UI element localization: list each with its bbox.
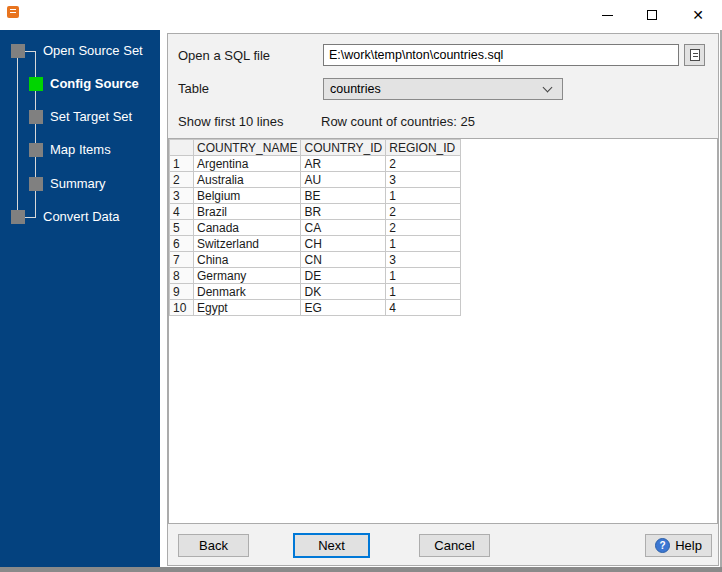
data-preview-grid: COUNTRY_NAME COUNTRY_ID REGION_ID 1 Arge…	[168, 138, 718, 524]
row-number: 4	[170, 204, 194, 220]
table-row[interactable]: 5 Canada CA 2	[170, 220, 461, 236]
cell-country-name: Germany	[194, 268, 301, 284]
cell-region-id: 2	[386, 156, 461, 172]
cell-country-name: Canada	[194, 220, 301, 236]
close-button[interactable]: ✕	[676, 0, 720, 30]
step-label-open-source-set: Open Source Set	[43, 43, 143, 59]
maximize-icon	[647, 10, 657, 20]
cell-region-id: 1	[386, 268, 461, 284]
cell-country-id: CA	[301, 220, 386, 236]
column-header-country-id: COUNTRY_ID	[301, 140, 386, 156]
row-number: 10	[170, 300, 194, 316]
cell-country-id: CH	[301, 236, 386, 252]
sql-file-input[interactable]	[323, 44, 679, 66]
row-number: 5	[170, 220, 194, 236]
table-row[interactable]: 8 Germany DE 1	[170, 268, 461, 284]
cell-region-id: 1	[386, 188, 461, 204]
cell-country-name: Argentina	[194, 156, 301, 172]
row-number: 7	[170, 252, 194, 268]
cell-region-id: 1	[386, 236, 461, 252]
table-header-row: COUNTRY_NAME COUNTRY_ID REGION_ID	[170, 140, 461, 156]
step-label-convert-data: Convert Data	[43, 209, 120, 225]
step-label-summary: Summary	[50, 176, 106, 192]
cell-region-id: 4	[386, 300, 461, 316]
cell-country-id: DE	[301, 268, 386, 284]
table-row[interactable]: 4 Brazil BR 2	[170, 204, 461, 220]
close-icon: ✕	[692, 8, 704, 22]
table-row[interactable]: 2 Australia AU 3	[170, 172, 461, 188]
column-header-region-id: REGION_ID	[386, 140, 461, 156]
step-label-map-items: Map Items	[50, 142, 111, 158]
cell-country-name: Denmark	[194, 284, 301, 300]
cell-country-name: Australia	[194, 172, 301, 188]
sql-file-label: Open a SQL file	[178, 48, 270, 63]
row-number: 3	[170, 188, 194, 204]
help-button-label: Help	[675, 538, 702, 553]
cell-region-id: 2	[386, 220, 461, 236]
cell-country-name: Switzerland	[194, 236, 301, 252]
help-button[interactable]: ? Help	[645, 534, 712, 557]
cell-country-id: AU	[301, 172, 386, 188]
cell-country-id: DK	[301, 284, 386, 300]
minimize-button[interactable]	[585, 0, 629, 30]
preview-table: COUNTRY_NAME COUNTRY_ID REGION_ID 1 Arge…	[169, 139, 461, 316]
show-lines-label: Show first 10 lines	[178, 114, 284, 129]
step-label-set-target-set: Set Target Set	[50, 109, 132, 125]
cell-country-name: Brazil	[194, 204, 301, 220]
chevron-down-icon	[543, 83, 553, 93]
row-number: 9	[170, 284, 194, 300]
next-button[interactable]: Next	[293, 533, 370, 558]
titlebar: ✕	[0, 0, 722, 30]
help-question-icon: ?	[655, 538, 670, 553]
step-indicator-map-items	[29, 143, 43, 157]
browse-file-button[interactable]	[684, 44, 705, 66]
cell-country-name: China	[194, 252, 301, 268]
step-label-config-source: Config Source	[50, 76, 139, 92]
table-label: Table	[178, 81, 209, 96]
step-indicator-open-source-set	[11, 44, 25, 58]
cell-country-id: EG	[301, 300, 386, 316]
step-indicator-config-source-active	[29, 77, 43, 91]
cell-region-id: 1	[386, 284, 461, 300]
step-indicator-set-target-set	[29, 110, 43, 124]
row-number: 2	[170, 172, 194, 188]
row-count-label: Row count of countries: 25	[321, 114, 475, 129]
cell-country-name: Egypt	[194, 300, 301, 316]
config-source-panel: Open a SQL file Table countries Show fir…	[167, 33, 719, 566]
cell-region-id: 3	[386, 252, 461, 268]
back-button[interactable]: Back	[178, 534, 249, 557]
row-number: 8	[170, 268, 194, 284]
table-select[interactable]: countries	[323, 78, 563, 100]
step-connector-line	[35, 51, 36, 217]
maximize-button[interactable]	[630, 0, 674, 30]
column-header-country-name: COUNTRY_NAME	[194, 140, 301, 156]
window-bottom-edge	[0, 567, 722, 572]
step-indicator-convert-data	[11, 210, 25, 224]
cell-country-id: BR	[301, 204, 386, 220]
cell-region-id: 2	[386, 204, 461, 220]
row-number: 6	[170, 236, 194, 252]
table-select-value: countries	[330, 82, 381, 96]
table-row[interactable]: 3 Belgium BE 1	[170, 188, 461, 204]
table-row[interactable]: 6 Switzerland CH 1	[170, 236, 461, 252]
table-row[interactable]: 9 Denmark DK 1	[170, 284, 461, 300]
minimize-icon	[602, 15, 613, 16]
cell-country-id: AR	[301, 156, 386, 172]
cell-region-id: 3	[386, 172, 461, 188]
cell-country-name: Belgium	[194, 188, 301, 204]
app-icon	[7, 6, 19, 18]
wizard-sidebar: Open Source Set Config Source Set Target…	[0, 30, 160, 567]
table-row[interactable]: 1 Argentina AR 2	[170, 156, 461, 172]
corner-header-cell	[170, 140, 194, 156]
row-number: 1	[170, 156, 194, 172]
document-icon	[690, 49, 700, 61]
table-row[interactable]: 7 China CN 3	[170, 252, 461, 268]
cell-country-id: BE	[301, 188, 386, 204]
cancel-button[interactable]: Cancel	[419, 534, 490, 557]
step-connector-line	[17, 58, 18, 210]
cell-country-id: CN	[301, 252, 386, 268]
table-row[interactable]: 10 Egypt EG 4	[170, 300, 461, 316]
step-indicator-summary	[29, 177, 43, 191]
